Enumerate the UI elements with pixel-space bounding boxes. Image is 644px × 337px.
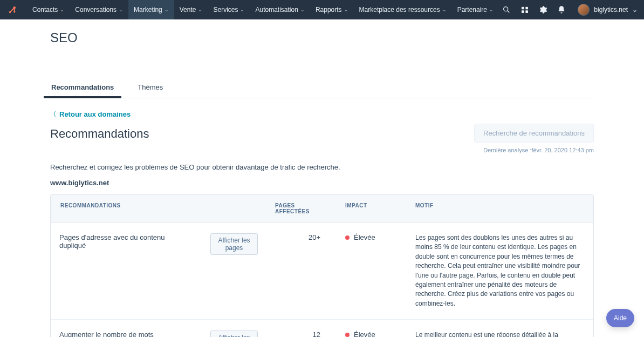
chevron-down-icon: ⌄ <box>198 7 202 12</box>
nav-item-label: Services <box>213 6 238 14</box>
show-pages-button[interactable]: Afficher les pages <box>210 233 258 255</box>
back-to-domains-link[interactable]: 〈 Retour aux domaines <box>50 110 131 118</box>
svg-point-2 <box>13 11 15 12</box>
reason-text: Les pages sont des doublons les unes des… <box>407 223 593 319</box>
show-pages-button[interactable]: Afficher les pages <box>210 331 258 337</box>
impact-cell: Élevée <box>337 320 407 337</box>
help-button[interactable]: Aide <box>606 309 634 327</box>
svg-point-3 <box>504 7 508 11</box>
col-header-recommendations: RECOMMANDATIONS <box>51 195 202 222</box>
col-header-pages: PAGES AFFECTÉES <box>266 195 337 222</box>
nav-items: Contacts⌄Conversations⌄Marketing⌄Vente⌄S… <box>27 0 499 19</box>
chevron-down-icon: ⌄ <box>300 7 305 12</box>
nav-item-label: Conversations <box>75 6 117 14</box>
svg-rect-6 <box>526 7 529 10</box>
impact-cell: Élevée <box>337 223 407 252</box>
impact-label: Élevée <box>354 331 375 337</box>
svg-point-1 <box>9 11 11 13</box>
col-header-impact: IMPACT <box>337 195 407 222</box>
nav-item-label: Partenaire <box>457 6 487 14</box>
nav-item-label: Marketing <box>134 6 162 14</box>
impact-dot-icon <box>345 333 350 337</box>
notifications-bell-icon[interactable] <box>557 5 566 14</box>
account-label: biglytics.net <box>594 6 628 14</box>
nav-item-label: Vente <box>180 6 196 14</box>
chevron-down-icon: ⌄ <box>240 7 244 12</box>
chevron-down-icon: ⌄ <box>489 7 494 12</box>
reason-text: Le meilleur contenu est une réponse déta… <box>407 320 593 337</box>
table-row: Pages d'adresse avec du contenu dupliqué… <box>51 223 593 320</box>
pages-affected: 12 <box>266 320 337 337</box>
nav-item-label: Automatisation <box>255 6 298 14</box>
top-nav: Contacts⌄Conversations⌄Marketing⌄Vente⌄S… <box>0 0 644 19</box>
nav-item-services[interactable]: Services⌄ <box>208 0 250 19</box>
chevron-down-icon: ⌄ <box>632 6 638 14</box>
scan-recommendations-button[interactable]: Recherche de recommandations <box>474 124 594 143</box>
col-header-reason: MOTIF <box>407 195 593 222</box>
table-row: Augmenter le nombre de motsAfficher les … <box>51 320 593 337</box>
recommendations-table: RECOMMANDATIONS PAGES AFFECTÉES IMPACT M… <box>50 194 594 337</box>
intro-text: Recherchez et corrigez les problèmes de … <box>50 163 594 171</box>
nav-item-rapports[interactable]: Rapports⌄ <box>310 0 354 19</box>
hubspot-logo-icon[interactable] <box>6 4 18 16</box>
rec-title: Pages d'adresse avec du contenu dupliqué <box>51 223 202 260</box>
svg-line-4 <box>508 11 509 12</box>
nav-utility-icons <box>502 5 566 14</box>
last-scan-timestamp: Dernière analyse :févr. 20, 2020 12:43 p… <box>474 147 594 153</box>
impact-dot-icon <box>345 235 350 240</box>
svg-rect-5 <box>522 7 524 10</box>
chevron-down-icon: ⌄ <box>119 7 123 12</box>
domain-name: www.biglytics.net <box>50 179 594 187</box>
chevron-down-icon: ⌄ <box>442 7 447 12</box>
rec-title: Augmenter le nombre de mots <box>51 320 202 337</box>
svg-rect-8 <box>526 10 529 13</box>
table-header: RECOMMANDATIONS PAGES AFFECTÉES IMPACT M… <box>51 195 593 223</box>
chevron-down-icon: ⌄ <box>60 7 64 12</box>
nav-item-label: Rapports <box>316 6 342 14</box>
search-icon[interactable] <box>502 5 511 14</box>
settings-gear-icon[interactable] <box>539 5 547 14</box>
tab-thèmes[interactable]: Thèmes <box>136 78 164 98</box>
chevron-left-icon: 〈 <box>50 110 56 118</box>
nav-item-contacts[interactable]: Contacts⌄ <box>27 0 70 19</box>
nav-item-marketplace-des-ressources[interactable]: Marketplace des ressources⌄ <box>354 0 452 19</box>
chevron-down-icon: ⌄ <box>165 7 169 12</box>
impact-label: Élevée <box>354 233 375 241</box>
nav-item-label: Marketplace des ressources <box>359 6 440 14</box>
tab-recommandations[interactable]: Recommandations <box>50 78 115 98</box>
nav-item-conversations[interactable]: Conversations⌄ <box>70 0 128 19</box>
chevron-down-icon: ⌄ <box>344 7 348 12</box>
section-title: Recommandations <box>50 127 149 141</box>
page-title: SEO <box>50 30 594 45</box>
account-menu[interactable]: biglytics.net ⌄ <box>578 4 638 16</box>
marketplace-icon[interactable] <box>520 5 529 14</box>
avatar <box>578 4 590 16</box>
nav-item-partenaire[interactable]: Partenaire⌄ <box>452 0 499 19</box>
nav-item-automatisation[interactable]: Automatisation⌄ <box>250 0 310 19</box>
pages-affected: 20+ <box>266 223 337 252</box>
svg-rect-7 <box>522 10 524 13</box>
nav-item-vente[interactable]: Vente⌄ <box>174 0 208 19</box>
tabs: RecommandationsThèmes <box>50 78 594 98</box>
nav-item-label: Contacts <box>32 6 58 14</box>
back-link-label: Retour aux domaines <box>59 110 131 118</box>
nav-item-marketing[interactable]: Marketing⌄ <box>128 0 174 19</box>
